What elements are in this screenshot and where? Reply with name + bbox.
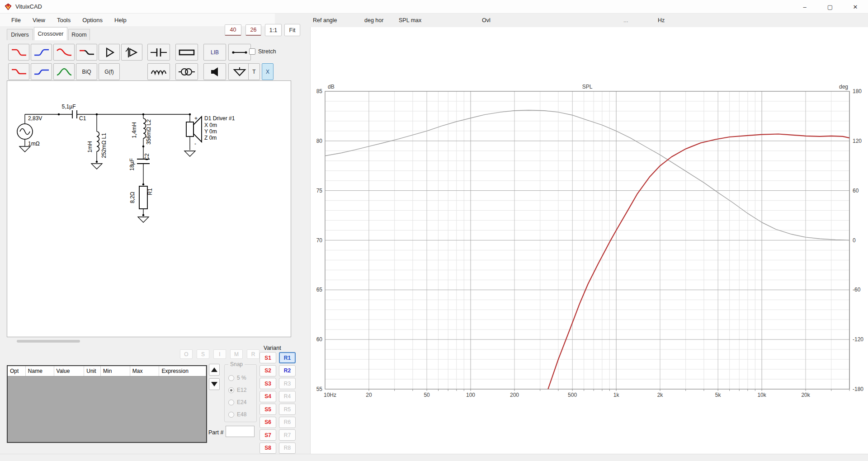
bandstop-filter-button[interactable]	[53, 44, 75, 61]
close-button[interactable]: ✕	[843, 0, 868, 14]
row-tool-r-button[interactable]: R	[247, 349, 259, 359]
title-bar: VituixCAD –▢✕	[0, 0, 868, 14]
capacitor-button[interactable]	[147, 44, 170, 61]
stretch-checkbox[interactable]	[249, 48, 255, 55]
spl-max-label: SPL max	[399, 17, 421, 24]
stretch-label: Stretch	[258, 48, 276, 55]
part-number-input[interactable]	[226, 426, 255, 437]
shelf-filter-button[interactable]	[76, 44, 97, 61]
svg-text:75: 75	[316, 188, 323, 194]
menu-item-help[interactable]: Help	[109, 15, 132, 25]
highshelf-icon	[33, 66, 50, 77]
variant-r8-button[interactable]: R8	[279, 442, 296, 454]
window-title: VituixCAD	[15, 3, 42, 10]
move-up-button[interactable]	[209, 364, 220, 376]
biquad-button[interactable]: BiQ	[76, 63, 97, 80]
peak-filter-button[interactable]	[53, 63, 75, 80]
svg-text:20k: 20k	[801, 392, 810, 398]
inductor-button[interactable]	[147, 63, 170, 80]
svg-text:180: 180	[853, 88, 862, 94]
svg-text:0: 0	[853, 237, 856, 244]
canvas-height-field[interactable]: 26	[245, 24, 261, 36]
column-header-value: Value	[54, 366, 85, 376]
variant-r1-button[interactable]: R1	[279, 352, 296, 363]
part-number-label: Part #	[208, 429, 223, 436]
row-tool-s-button[interactable]: S	[197, 349, 209, 359]
delete-tool-button[interactable]: X	[262, 63, 274, 80]
snap-option-label: E24	[237, 399, 246, 405]
crossover-schematic: 2,83V 1mΩ 5,1µF C1 1mH 252mΩ L1 1,4mH 35…	[7, 81, 291, 337]
minimize-button[interactable]: –	[792, 0, 817, 14]
variant-r4-button[interactable]: R4	[279, 391, 296, 402]
svg-text:120: 120	[853, 138, 862, 144]
spl-chart-panel[interactable]: 85807570656055180120600-60-120-18010Hz20…	[310, 27, 868, 454]
stretch-option[interactable]: Stretch	[249, 48, 276, 55]
row-tool-i-button[interactable]: I	[213, 349, 226, 359]
variant-s2-button[interactable]: S2	[259, 365, 276, 376]
lowpass-filter-button[interactable]	[8, 44, 29, 61]
ground-button[interactable]	[228, 63, 251, 80]
svg-text:500: 500	[568, 392, 577, 398]
variant-s1-button[interactable]: S1	[259, 352, 276, 363]
menu-item-view[interactable]: View	[28, 15, 50, 25]
row-tool-o-button[interactable]: O	[180, 349, 193, 359]
tab-room[interactable]: Room	[68, 29, 90, 40]
triangle-buffer-icon	[101, 47, 118, 58]
driver-button[interactable]	[203, 63, 226, 80]
variant-r2-button[interactable]: R2	[279, 365, 296, 376]
transformer-button[interactable]	[175, 63, 198, 80]
zoom-one-to-one-button[interactable]: 1:1	[265, 24, 282, 36]
capacitor-c1[interactable]	[72, 110, 77, 118]
menu-item-file[interactable]: File	[6, 15, 26, 25]
menu-item-options[interactable]: Options	[77, 15, 108, 25]
maximize-button[interactable]: ▢	[817, 0, 843, 14]
library-button[interactable]: LIB	[203, 44, 226, 61]
source-voltage-label: 2,83V	[28, 115, 42, 122]
variant-r3-button[interactable]: R3	[279, 378, 296, 389]
variant-s8-button[interactable]: S8	[259, 442, 276, 454]
variant-s3-button[interactable]: S3	[259, 378, 276, 389]
variant-s6-button[interactable]: S6	[259, 417, 276, 428]
gain-block-button[interactable]	[99, 44, 120, 61]
zoom-fit-button[interactable]: Fit	[284, 24, 300, 36]
lowshelf-filter-button[interactable]	[8, 63, 29, 80]
tab-drivers[interactable]: Drivers	[7, 29, 33, 40]
row-tool-m-button[interactable]: M	[230, 349, 243, 359]
variant-s7-button[interactable]: S7	[259, 429, 276, 441]
snap-option-e12[interactable]: E12	[228, 387, 246, 393]
svg-text:-180: -180	[853, 386, 863, 392]
radio-icon	[228, 387, 234, 393]
snap-option-e24[interactable]: E24	[228, 399, 246, 405]
wire-button[interactable]	[228, 44, 251, 61]
parameter-table[interactable]: OptNameValueUnitMinMaxExpression	[7, 365, 207, 443]
active-block-button[interactable]	[121, 44, 142, 61]
tab-crossover[interactable]: Crossover	[34, 27, 67, 40]
variant-r5-button[interactable]: R5	[279, 404, 296, 415]
svg-text:65: 65	[316, 287, 323, 293]
driver-d1[interactable]	[184, 114, 202, 156]
inductor-icon	[150, 66, 168, 77]
move-down-button[interactable]	[209, 378, 220, 390]
variant-s5-button[interactable]: S5	[259, 404, 276, 415]
x-axis-labels: 10Hz20501002005001k2k5k10k20k	[324, 392, 811, 398]
variant-s4-button[interactable]: S4	[259, 391, 276, 402]
svg-text:85: 85	[316, 88, 323, 94]
snap-option-5[interactable]: 5 %	[228, 375, 246, 381]
canvas-width-field[interactable]: 40	[225, 24, 241, 36]
highshelf-filter-button[interactable]	[31, 63, 52, 80]
menu-item-tools[interactable]: Tools	[52, 15, 75, 25]
peak-icon	[56, 66, 73, 77]
text-tool-button[interactable]: T	[248, 63, 260, 80]
capacitor-c2[interactable]	[137, 159, 150, 184]
resistor-button[interactable]	[175, 44, 198, 61]
variant-r7-button[interactable]: R7	[279, 429, 296, 441]
schematic-canvas[interactable]: 2,83V 1mΩ 5,1µF C1 1mH 252mΩ L1 1,4mH 35…	[7, 80, 291, 337]
highpass-filter-button[interactable]	[31, 44, 52, 61]
snap-option-e48[interactable]: E48	[228, 411, 246, 418]
schematic-scrollbar[interactable]	[17, 340, 80, 343]
up-arrow-icon	[211, 367, 217, 372]
transfer-function-button[interactable]: G(f)	[99, 63, 120, 80]
freq-unit-label: Hz	[658, 17, 665, 24]
variant-r6-button[interactable]: R6	[279, 417, 296, 428]
parameter-table-header: OptNameValueUnitMinMaxExpression	[8, 366, 206, 376]
